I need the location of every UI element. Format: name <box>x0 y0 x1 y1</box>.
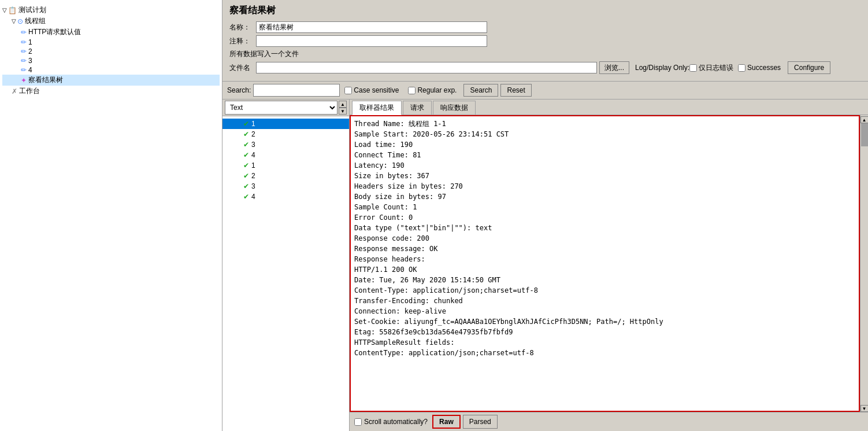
tab-response-data[interactable]: 响应数据 <box>433 101 476 115</box>
http-icon: ✏ <box>21 28 27 36</box>
list-item[interactable]: ✔ 4 <box>222 191 349 202</box>
main-panel: 察看结果树 名称： 注释： 所有数据写入一个文件 文件名 <box>222 0 868 431</box>
scroll-thumb[interactable] <box>861 123 868 146</box>
sidebar-item-label: 工作台 <box>19 86 40 96</box>
regular-exp-check[interactable] <box>408 87 416 94</box>
sidebar-item-label: 线程组 <box>25 16 46 26</box>
sidebar-item-http-defaults[interactable]: ✏ HTTP请求默认值 <box>2 27 220 38</box>
list-item[interactable]: ✔ 1 <box>222 119 349 129</box>
sidebar-item-label: 2 <box>28 47 32 56</box>
comment-label: 注释： <box>229 36 253 46</box>
detail-line: Connection: keep-alive <box>354 306 855 316</box>
sidebar: ▽ 📋 测试计划 ▽ ⊙ 线程组 ✏ HTTP请求默认值 ✏ 1 <box>0 0 222 431</box>
list-scroll-btns: ▲ ▼ <box>339 101 347 115</box>
detail-line: Error Count: 0 <box>354 212 855 223</box>
detail-line: Headers size in bytes: 270 <box>354 181 855 191</box>
sidebar-item-4[interactable]: ✏ 4 <box>2 65 220 75</box>
list-dropdown[interactable]: Text <box>225 101 337 115</box>
expand-icon: ▽ <box>12 18 16 24</box>
sidebar-item-1[interactable]: ✏ 1 <box>2 38 220 47</box>
log-display-label: Log/Display Only: <box>635 64 689 72</box>
panel-title: 察看结果树 <box>229 5 861 17</box>
sidebar-item-thread-group[interactable]: ▽ ⊙ 线程组 <box>2 16 220 27</box>
log-errors-checkbox[interactable]: 仅日志错误 <box>689 63 733 73</box>
list-item[interactable]: ✔ 2 <box>222 171 349 181</box>
list-header: Text ▲ ▼ <box>222 100 349 116</box>
detail-line: ContentType: application/json;charset=ut… <box>354 348 855 358</box>
reset-button[interactable]: Reset <box>500 84 531 97</box>
item-label: 1 <box>251 161 255 170</box>
detail-line: Set-Cookie: aliyungf_tc=AQAAABa1OEYbnglA… <box>354 316 855 327</box>
detail-line: Sample Count: 1 <box>354 202 855 212</box>
detail-line: Response headers: <box>354 254 855 264</box>
item-label: 2 <box>251 130 255 138</box>
detail-line: Data type ("text"|"bin"|""): text <box>354 223 855 233</box>
detail-line: Size in bytes: 367 <box>354 171 855 181</box>
scroll-up-button[interactable]: ▲ <box>339 101 347 108</box>
raw-button[interactable]: Raw <box>432 415 461 429</box>
tab-request[interactable]: 请求 <box>403 101 432 115</box>
regular-exp-checkbox[interactable]: Regular exp. <box>408 86 457 94</box>
parsed-button[interactable]: Parsed <box>463 415 498 429</box>
configure-button[interactable]: Configure <box>788 61 830 74</box>
sidebar-item-result-tree[interactable]: ✦ 察看结果树 <box>2 75 220 86</box>
sidebar-item-3[interactable]: ✏ 3 <box>2 56 220 65</box>
log-errors-check[interactable] <box>689 64 697 72</box>
case-sensitive-checkbox[interactable]: Case sensitive <box>344 86 399 94</box>
successes-check[interactable] <box>738 64 745 72</box>
panel-header: 察看结果树 名称： 注释： 所有数据写入一个文件 文件名 <box>222 0 868 81</box>
search-input[interactable] <box>253 84 340 97</box>
detail-line: Etag: 55826f3e9cb13da564e47935fb7fbfd9 <box>354 327 855 337</box>
sidebar-item-label: 1 <box>28 38 32 46</box>
workbench-icon: ✗ <box>12 87 17 95</box>
scroll-auto-checkbox[interactable]: Scroll automatically? <box>354 418 428 426</box>
list-item[interactable]: ✔ 2 <box>222 129 349 139</box>
detail-line: HTTP/1.1 200 OK <box>354 264 855 275</box>
check-icon: ✔ <box>243 141 249 149</box>
sidebar-item-workbench[interactable]: ✗ 工作台 <box>2 86 220 97</box>
item-label: 3 <box>251 141 255 149</box>
sidebar-item-2[interactable]: ✏ 2 <box>2 47 220 56</box>
scroll-track <box>860 123 868 405</box>
detail-line: Sample Start: 2020-05-26 23:14:51 CST <box>354 129 855 139</box>
tab-sampler-result[interactable]: 取样器结果 <box>352 101 402 115</box>
detail-content: Thread Name: 线程组 1-1Sample Start: 2020-0… <box>350 115 860 412</box>
detail-line: Response code: 200 <box>354 233 855 244</box>
detail-line: Transfer-Encoding: chunked <box>354 296 855 306</box>
item-icon: ✏ <box>21 66 27 74</box>
detail-line: Date: Tue, 26 May 2020 15:14:50 GMT <box>354 275 855 285</box>
check-icon: ✔ <box>243 151 249 159</box>
sidebar-item-label: HTTP请求默认值 <box>28 27 81 37</box>
item-label: 4 <box>251 193 255 201</box>
scroll-auto-check[interactable] <box>354 418 362 426</box>
check-icon: ✔ <box>243 182 249 190</box>
search-button[interactable]: Search <box>463 84 498 97</box>
browse-button[interactable]: 浏览... <box>599 61 629 74</box>
successes-checkbox[interactable]: Successes <box>738 64 781 72</box>
name-input[interactable] <box>256 21 487 33</box>
search-bar: Search: Case sensitive Regular exp. Sear… <box>222 81 868 100</box>
list-item[interactable]: ✔ 3 <box>222 181 349 191</box>
list-item[interactable]: ✔ 3 <box>222 139 349 150</box>
detail-line: Load time: 190 <box>354 139 855 150</box>
scroll-up-arrow[interactable]: ▲ <box>860 116 869 123</box>
scroll-down-button[interactable]: ▼ <box>339 108 347 115</box>
bottom-bar: Scroll automatically? Raw Parsed <box>350 412 868 431</box>
name-row: 名称： <box>229 21 861 33</box>
file-input[interactable] <box>256 62 597 73</box>
list-item[interactable]: ✔ 1 <box>222 160 349 171</box>
detail-line: HTTPSampleResult fields: <box>354 337 855 348</box>
scroll-down-arrow[interactable]: ▼ <box>860 405 869 412</box>
case-sensitive-check[interactable] <box>344 87 352 94</box>
item-label: 4 <box>251 151 255 159</box>
detail-line: Response message: OK <box>354 244 855 254</box>
sidebar-item-test-plan[interactable]: ▽ 📋 测试计划 <box>2 5 220 16</box>
expand-icon: ▽ <box>2 7 7 13</box>
vertical-scrollbar[interactable]: ▲ ▼ <box>860 115 868 412</box>
all-data-label: 所有数据写入一个文件 <box>229 49 299 59</box>
list-item[interactable]: ✔ 4 <box>222 150 349 160</box>
comment-input[interactable] <box>256 35 487 47</box>
detail-line: Content-Type: application/json;charset=u… <box>354 285 855 296</box>
list-items: ✔ 1 ✔ 2 ✔ 3 ✔ 4 ✔ 1 ✔ 2 ✔ 3 ✔ <box>222 116 349 431</box>
all-data-row: 所有数据写入一个文件 <box>229 49 861 59</box>
